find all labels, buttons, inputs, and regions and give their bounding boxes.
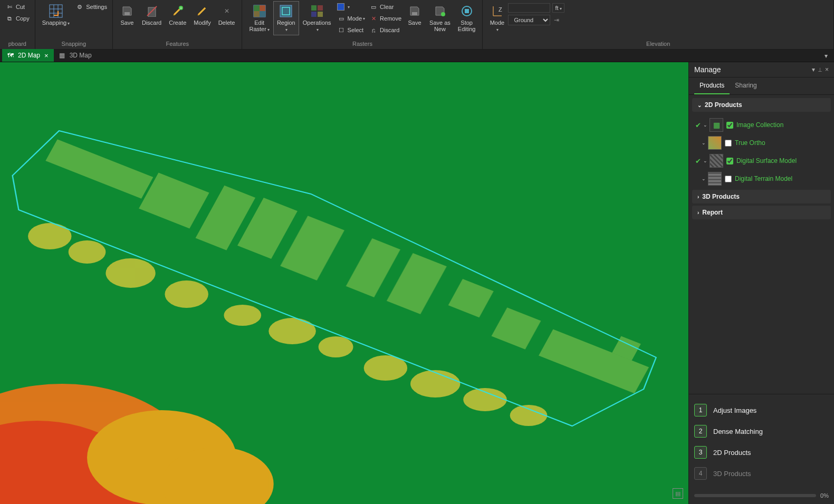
map-canvas[interactable]: ▤	[0, 62, 688, 504]
progress-bar	[694, 494, 816, 497]
visibility-checkbox[interactable]	[726, 122, 733, 129]
settings-button[interactable]: ⚙Settings	[73, 1, 109, 13]
elev-mode-button[interactable]: ZMode▾	[486, 1, 508, 35]
features-save-button[interactable]: Save	[116, 1, 138, 28]
elev-ground-select[interactable]: Ground	[508, 15, 550, 25]
step-dense-matching[interactable]: 2Dense Matching	[694, 421, 829, 442]
chevron-right-icon: ›	[697, 210, 699, 216]
raster-discard-button[interactable]: ⎌Discard	[367, 24, 404, 36]
panel-content: ⌄2D Products ✔⌄ ▦ Image Collection ⌄ Tru…	[689, 95, 834, 394]
operations-button[interactable]: Operations▾	[299, 1, 335, 35]
color-swatch-button[interactable]: ▾	[335, 1, 368, 13]
progress-row: 0%	[689, 489, 834, 504]
gear-icon: ⚙	[75, 3, 84, 11]
section-3d-products[interactable]: ›3D Products	[692, 190, 831, 203]
chevron-down-icon: ⌄	[697, 102, 702, 108]
elev-unit-label[interactable]: ft▾	[552, 3, 564, 13]
group-label: Snapping	[39, 40, 109, 48]
clear-button[interactable]: ▭Clear	[367, 1, 404, 13]
panel-header: Manage ▾ ⟂ ×	[689, 62, 834, 77]
ops-icon	[310, 4, 324, 18]
step-adjust-images[interactable]: 1Adjust Images	[694, 400, 829, 421]
check-icon: ✔	[695, 121, 701, 129]
panel-menu-icon[interactable]: ▾	[812, 66, 815, 73]
save-icon	[120, 4, 135, 18]
create-button[interactable]: +Create	[165, 1, 190, 28]
select-button[interactable]: ☐Select	[335, 24, 368, 36]
svg-point-37	[224, 305, 261, 326]
section-2d-products[interactable]: ⌄2D Products	[692, 98, 831, 112]
cut-icon: ✄	[5, 3, 14, 11]
svg-rect-20	[318, 12, 323, 17]
manage-panel: Manage ▾ ⟂ × Products Sharing ⌄2D Produc…	[688, 62, 834, 504]
apply-icon[interactable]: ⇥	[552, 16, 561, 24]
chevron-down-icon: ⌄	[703, 158, 707, 163]
svg-point-22	[441, 12, 445, 16]
tab-3d-map[interactable]: ▦ 3D Map	[54, 49, 97, 62]
map-toolbox-icon[interactable]: ▤	[673, 488, 683, 499]
close-icon[interactable]: ×	[825, 66, 829, 73]
step-3d-products[interactable]: 43D Products	[694, 463, 829, 484]
tabbar-menu[interactable]: ▾	[820, 50, 832, 62]
visibility-checkbox[interactable]	[726, 158, 733, 164]
step-2d-products[interactable]: 32D Products	[694, 442, 829, 463]
svg-point-36	[165, 280, 208, 308]
group-label: Elevation	[486, 40, 830, 48]
group-clipboard: ✄Cut ⧉Copy pboard	[0, 0, 35, 49]
svg-point-35	[106, 258, 155, 288]
chevron-down-icon: ⌄	[703, 122, 707, 128]
tree-item-image-collection[interactable]: ✔⌄ ▦ Image Collection	[692, 116, 831, 134]
chevron-down-icon: ⌄	[702, 140, 706, 146]
svg-point-39	[319, 336, 353, 357]
svg-point-34	[69, 240, 106, 264]
region-button[interactable]: Region▾	[273, 1, 299, 35]
svg-rect-12	[260, 5, 265, 11]
visibility-checkbox[interactable]	[725, 176, 732, 182]
raster-save-button[interactable]: Save	[404, 1, 426, 28]
section-report[interactable]: ›Report	[692, 206, 831, 219]
tree-item-dtm[interactable]: ⌄ Digital Terrain Model	[692, 170, 831, 188]
tree-item-dsm[interactable]: ✔⌄ Digital Surface Model	[692, 152, 831, 170]
group-features: Save Discard +Create Modify ✕Delete Feat…	[113, 0, 243, 49]
tab-products[interactable]: Products	[694, 77, 730, 94]
tree-item-true-ortho[interactable]: ⌄ True Ortho	[692, 134, 831, 152]
workspace: ▤ Manage ▾ ⟂ × Products Sharing ⌄2D Prod…	[0, 62, 834, 504]
snapping-button[interactable]: Snapping▾	[39, 1, 74, 29]
copy-button[interactable]: ⧉Copy	[3, 13, 32, 24]
save-as-new-button[interactable]: Save as New	[426, 1, 454, 35]
progress-value: 0%	[820, 492, 829, 499]
pencil-add-icon: +	[170, 4, 185, 18]
cut-button[interactable]: ✄Cut	[3, 1, 32, 13]
edit-raster-button[interactable]: Edit Raster▾	[245, 1, 273, 35]
layer-icon: ▦	[710, 118, 723, 132]
ortho-icon	[708, 136, 722, 150]
region-icon	[279, 4, 293, 18]
svg-rect-11	[254, 5, 260, 11]
svg-rect-13	[254, 11, 260, 17]
pin-icon[interactable]: ⟂	[818, 66, 822, 73]
delete-button[interactable]: ✕Delete	[215, 1, 239, 28]
svg-rect-18	[318, 5, 323, 11]
visibility-checkbox[interactable]	[725, 140, 732, 147]
svg-rect-19	[311, 12, 317, 17]
raster-mode-button[interactable]: ▭Mode▾	[335, 13, 368, 24]
stop-icon	[459, 4, 474, 18]
chevron-right-icon: ›	[697, 194, 699, 200]
tab-2d-map[interactable]: 🗺 2D Map ×	[2, 49, 54, 62]
z-axis-icon: Z	[490, 4, 504, 18]
features-discard-button[interactable]: Discard	[138, 1, 165, 28]
remove-icon: ✕	[369, 14, 378, 23]
close-icon[interactable]: ×	[44, 52, 49, 60]
svg-point-38	[269, 318, 316, 344]
discard-icon	[145, 4, 159, 18]
copy-icon: ⧉	[5, 14, 14, 23]
elev-value-input[interactable]	[508, 3, 550, 13]
stop-editing-button[interactable]: Stop Editing	[454, 1, 480, 35]
tab-sharing[interactable]: Sharing	[730, 77, 762, 94]
modify-button[interactable]: Modify	[190, 1, 214, 28]
svg-rect-5	[124, 12, 130, 15]
map-content	[0, 62, 688, 504]
dtm-icon	[708, 172, 722, 186]
remove-button[interactable]: ✕Remove	[367, 13, 404, 24]
group-snapping: Snapping▾ ⚙Settings Snapping	[35, 0, 113, 49]
